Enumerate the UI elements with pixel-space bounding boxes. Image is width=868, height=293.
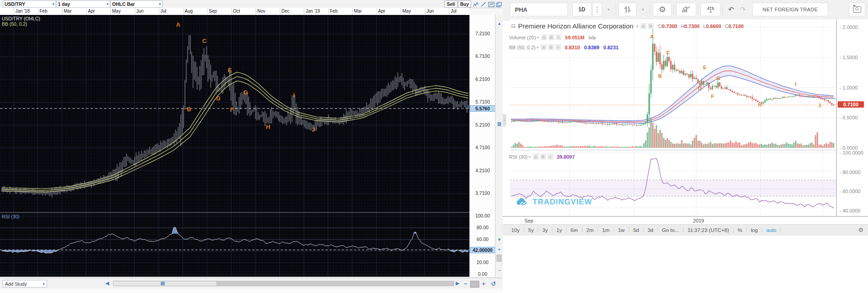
last-price-badge: 0.7100 — [838, 101, 864, 108]
interval-menu-button[interactable]: ⋮ — [592, 3, 602, 16]
bar-style-dropdown-button[interactable]: ▾ — [637, 3, 648, 16]
zoom-slider-handle[interactable] — [470, 281, 479, 288]
zoom-in-icon[interactable]: + — [482, 280, 486, 287]
time-axis-label: Sep — [209, 9, 217, 14]
scroll-down-icon[interactable]: ▼ — [496, 237, 502, 242]
range-button--[interactable]: % — [734, 227, 747, 233]
windows-layout-icon[interactable] — [496, 1, 502, 7]
range-button-2m[interactable]: 2m — [582, 227, 598, 233]
symbol-select[interactable]: USD/TRY ▾ — [3, 0, 56, 8]
interval-dropdown-button[interactable]: ▾ — [603, 3, 614, 16]
panel-collapse-handle[interactable]: ‹ — [503, 114, 506, 127]
scrollbar-grip[interactable] — [161, 282, 165, 285]
draw-tool-icon[interactable] — [481, 1, 487, 7]
axis-label: 80.00 — [470, 225, 495, 230]
chevron-down-icon[interactable]: ▾ — [537, 35, 539, 40]
range-button-5d[interactable]: 5d — [629, 227, 644, 233]
chart-style-icon[interactable] — [473, 1, 479, 7]
range-button-go-to-[interactable]: Go to... — [658, 227, 684, 233]
zoom-out-icon[interactable]: − — [464, 280, 467, 287]
chevron-down-icon[interactable]: ▾ — [537, 45, 539, 50]
collapse-icon[interactable]: ⊟ — [510, 23, 516, 29]
vertical-scrollbar[interactable]: ▲ ▼ + − — [495, 15, 503, 277]
zoom-slider-handle[interactable] — [496, 255, 502, 262]
redo-button[interactable]: ↷ — [737, 3, 749, 16]
scroll-grip[interactable] — [498, 123, 501, 127]
close-icon[interactable]: × — [547, 154, 553, 160]
range-button-1m[interactable]: 1m — [598, 227, 614, 233]
settings-gear-icon[interactable]: ⚙ — [548, 34, 554, 40]
reset-view-icon[interactable]: ↺ — [491, 280, 496, 287]
chart-type-select[interactable]: OHLC Bar ▾ — [110, 0, 163, 8]
settings-gear-icon[interactable]: ⚙ — [548, 44, 554, 50]
indicators-button[interactable] — [676, 3, 696, 16]
eye-icon[interactable]: ◎ — [541, 44, 547, 50]
ohlc-readout: O0.7300H0.7300L0.6600C0.7100 — [658, 24, 747, 29]
right-price-axis[interactable]: - 2.0000- 1.5000- 1.0000- 0.5000- 0.0000… — [836, 19, 868, 224]
time-axis[interactable]: Jan '18FebMarAprMayJunJulAugSepOctNovDec… — [0, 8, 469, 15]
axis-label: 7.2100 — [470, 31, 495, 36]
time-axis-separator — [280, 8, 280, 15]
time-axis-label: Jul — [160, 9, 166, 14]
chevron-down-icon[interactable]: ▾ — [636, 24, 638, 28]
horizontal-scrollbar-thumb[interactable] — [113, 281, 217, 286]
time-axis-label: Jan '19 — [306, 9, 320, 14]
settings-gear-icon[interactable]: ⚙ — [648, 23, 654, 29]
sell-button[interactable]: Sell — [444, 0, 458, 8]
zoom-in-icon[interactable]: + — [496, 246, 502, 253]
chart-legend-symbol: USD/TRY (OHLC) — [2, 16, 40, 21]
indicator-name[interactable]: RSI (30) — [509, 154, 528, 160]
chart-settings-button[interactable]: ⚙ — [653, 3, 672, 16]
chevron-down-icon: ▾ — [642, 7, 644, 12]
auto-scale-button[interactable]: auto — [762, 227, 781, 233]
interval-button[interactable]: 1D — [572, 3, 591, 16]
eye-icon[interactable]: ◎ — [641, 23, 646, 29]
chevron-down-icon[interactable]: ▾ — [528, 155, 531, 159]
undo-button[interactable]: ↶ — [725, 3, 737, 16]
time-axis-label: Mar — [354, 9, 362, 14]
eye-icon[interactable]: ◎ — [533, 154, 539, 160]
snapshot-button[interactable] — [849, 3, 865, 16]
interval-select[interactable]: 1 day ▾ — [56, 0, 110, 8]
range-button-6m[interactable]: 6m — [566, 227, 582, 233]
range-button-1y[interactable]: 1y — [552, 227, 566, 233]
indicator-name[interactable]: Volume (20) — [509, 35, 536, 40]
eye-icon[interactable]: ◎ — [541, 34, 547, 40]
bar-style-button[interactable] — [618, 3, 637, 16]
range-button-10y[interactable]: 10y — [507, 227, 524, 233]
redo-icon: ↷ — [740, 5, 746, 14]
scroll-up-icon[interactable]: ▲ — [496, 21, 502, 26]
range-button-11-37-23-utc-8-[interactable]: 11:37:23 (UTC+8) — [684, 227, 734, 233]
close-icon[interactable]: × — [555, 44, 561, 50]
range-button-1w[interactable]: 1w — [614, 227, 629, 233]
buy-button[interactable]: Buy — [458, 0, 471, 8]
settings-gear-icon[interactable]: ⚙ — [540, 154, 546, 160]
watermark-text: TRADINGVIEW — [533, 198, 592, 207]
bb-indicator-row: BB (50, 0.2)▾◎⚙×0.83100.83890.8231 — [509, 44, 623, 50]
net-foreign-trade-button[interactable]: NET FOREIGN TRADE — [752, 3, 828, 16]
symbol-search-input[interactable]: PHA — [510, 3, 568, 16]
range-button-log[interactable]: log — [747, 227, 762, 233]
zoom-out-icon[interactable]: − — [496, 267, 502, 274]
annotation-letter: B — [187, 106, 191, 113]
compare-button[interactable] — [701, 3, 721, 16]
price-axis[interactable]: 7.21006.71006.21005.71005.21004.71004.21… — [469, 15, 495, 277]
annotation-letter: F — [230, 106, 234, 113]
time-axis-separator — [401, 8, 401, 15]
range-button-5y[interactable]: 5y — [524, 227, 538, 233]
range-button-3y[interactable]: 3y — [538, 227, 552, 233]
indicator-name[interactable]: BB (50, 0.2) — [509, 45, 536, 50]
chart-legend-rsi[interactable]: RSI (30) — [2, 214, 19, 219]
axis-settings-gear-icon[interactable]: ⚙ — [858, 227, 863, 233]
pan-left-icon[interactable]: ◀ — [105, 280, 109, 286]
range-button-3d[interactable]: 3d — [643, 227, 658, 233]
close-icon[interactable]: × — [556, 34, 561, 40]
below-chart-filler — [503, 236, 868, 293]
chart-legend-bb[interactable]: BB (50, 0.2) — [2, 21, 27, 27]
right-time-axis[interactable]: Sep2019 — [503, 216, 868, 225]
compare-chart-icon[interactable] — [488, 1, 495, 7]
usdtry-price-chart[interactable]: ABCDEFGHIJ — [0, 15, 469, 277]
annotation-letter: H — [758, 102, 762, 108]
add-study-button[interactable]: Add Study ▾ — [3, 280, 47, 288]
pan-right-icon[interactable]: ▶ — [456, 280, 459, 286]
